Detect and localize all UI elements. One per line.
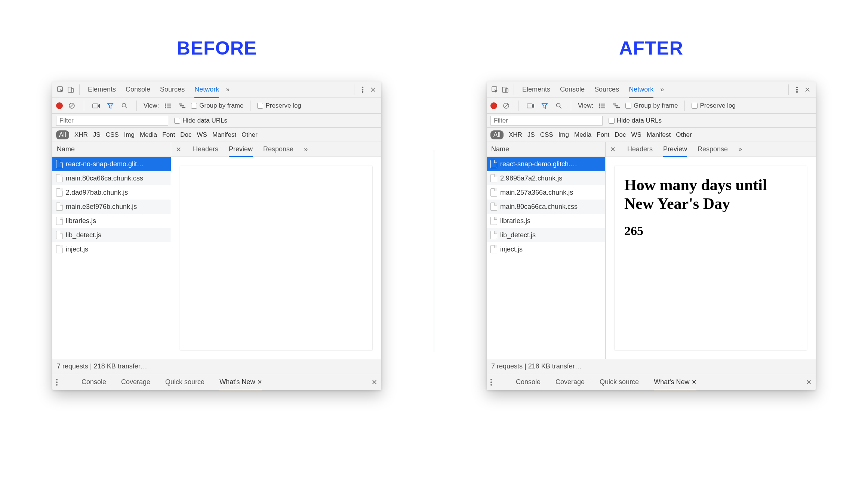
- view-waterfall-icon[interactable]: [611, 101, 622, 111]
- view-list-icon[interactable]: [163, 101, 173, 111]
- filter-type-font[interactable]: Font: [162, 131, 175, 139]
- tab-sources[interactable]: Sources: [594, 82, 619, 97]
- filter-type-other[interactable]: Other: [241, 131, 258, 139]
- drawer-tab-console[interactable]: Console: [81, 374, 106, 390]
- filter-type-xhr[interactable]: XHR: [74, 131, 88, 139]
- tab-elements[interactable]: Elements: [88, 82, 116, 97]
- filter-type-xhr[interactable]: XHR: [509, 131, 522, 139]
- request-row[interactable]: inject.js: [52, 242, 171, 256]
- inspect-icon[interactable]: [490, 84, 500, 95]
- filter-type-img[interactable]: Img: [124, 131, 135, 139]
- filter-type-media[interactable]: Media: [574, 131, 591, 139]
- drawer-close-icon[interactable]: ✕: [370, 378, 378, 386]
- filter-type-other[interactable]: Other: [676, 131, 692, 139]
- tab-elements[interactable]: Elements: [522, 82, 550, 97]
- record-icon[interactable]: [490, 102, 497, 109]
- request-row[interactable]: libraries.js: [487, 214, 605, 228]
- drawer-close-icon[interactable]: ✕: [804, 378, 813, 386]
- filter-type-all[interactable]: All: [490, 130, 504, 139]
- group-by-frame-checkbox[interactable]: Group by frame: [191, 102, 243, 109]
- filter-type-font[interactable]: Font: [597, 131, 609, 139]
- tab-console[interactable]: Console: [126, 82, 150, 97]
- more-detail-tabs-icon[interactable]: »: [738, 145, 742, 153]
- request-row[interactable]: libraries.js: [52, 214, 171, 228]
- more-tabs-icon[interactable]: »: [660, 86, 664, 93]
- tab-response[interactable]: Response: [263, 142, 293, 156]
- tab-console[interactable]: Console: [560, 82, 585, 97]
- close-icon[interactable]: [802, 84, 813, 95]
- kebab-menu-icon[interactable]: [357, 84, 368, 95]
- kebab-menu-icon[interactable]: [792, 84, 802, 95]
- drawer-tab-whatsnew[interactable]: What's New ✕: [219, 374, 262, 390]
- drawer-tab-coverage[interactable]: Coverage: [555, 374, 585, 390]
- tab-preview[interactable]: Preview: [229, 142, 253, 157]
- name-column-header[interactable]: Name: [487, 142, 605, 157]
- tab-network[interactable]: Network: [629, 82, 653, 98]
- request-row[interactable]: lib_detect.js: [487, 228, 605, 242]
- request-row[interactable]: react-no-snap-demo.glit…: [52, 157, 171, 171]
- filter-type-css[interactable]: CSS: [540, 131, 553, 139]
- device-toggle-icon[interactable]: [66, 84, 76, 95]
- filter-type-ws[interactable]: WS: [631, 131, 641, 139]
- request-row[interactable]: main.e3ef976b.chunk.js: [52, 200, 171, 214]
- search-icon[interactable]: [119, 101, 130, 111]
- drawer-close-icon[interactable]: ✕: [692, 379, 696, 385]
- name-column-header[interactable]: Name: [52, 142, 171, 157]
- inspect-icon[interactable]: [55, 84, 66, 95]
- hide-data-urls-checkbox[interactable]: Hide data URLs: [609, 117, 662, 124]
- drawer-more-icon[interactable]: [56, 379, 58, 386]
- drawer-tab-whatsnew[interactable]: What's New ✕: [654, 374, 696, 390]
- drawer-more-icon[interactable]: [490, 379, 492, 386]
- drawer-close-icon[interactable]: ✕: [257, 379, 262, 385]
- filter-type-css[interactable]: CSS: [106, 131, 119, 139]
- tab-network[interactable]: Network: [194, 82, 219, 98]
- more-detail-tabs-icon[interactable]: »: [304, 145, 308, 153]
- filter-type-manifest[interactable]: Manifest: [647, 131, 671, 139]
- clear-icon[interactable]: [501, 101, 511, 111]
- filter-type-img[interactable]: Img: [558, 131, 569, 139]
- filter-type-manifest[interactable]: Manifest: [212, 131, 236, 139]
- more-tabs-icon[interactable]: »: [226, 86, 230, 93]
- preserve-log-checkbox[interactable]: Preserve log: [257, 102, 301, 109]
- close-icon[interactable]: [368, 84, 378, 95]
- close-details-icon[interactable]: ✕: [174, 145, 182, 154]
- clear-icon[interactable]: [67, 101, 77, 111]
- filter-type-doc[interactable]: Doc: [180, 131, 191, 139]
- request-row[interactable]: main.257a366a.chunk.js: [487, 185, 605, 200]
- drawer-tab-quicksource[interactable]: Quick source: [165, 374, 204, 390]
- tab-sources[interactable]: Sources: [160, 82, 185, 97]
- device-toggle-icon[interactable]: [500, 84, 511, 95]
- filter-type-ws[interactable]: WS: [197, 131, 207, 139]
- request-row[interactable]: main.80ca66ca.chunk.css: [487, 200, 605, 214]
- view-list-icon[interactable]: [597, 101, 607, 111]
- request-row[interactable]: main.80ca66ca.chunk.css: [52, 171, 171, 185]
- filter-type-js[interactable]: JS: [527, 131, 535, 139]
- filter-type-doc[interactable]: Doc: [615, 131, 626, 139]
- view-waterfall-icon[interactable]: [177, 101, 187, 111]
- filter-type-media[interactable]: Media: [140, 131, 157, 139]
- record-icon[interactable]: [56, 102, 63, 109]
- drawer-tab-quicksource[interactable]: Quick source: [600, 374, 639, 390]
- filter-input[interactable]: [490, 116, 603, 126]
- request-row[interactable]: 2.9895a7a2.chunk.js: [487, 171, 605, 185]
- filter-icon[interactable]: [539, 101, 550, 111]
- drawer-tab-coverage[interactable]: Coverage: [121, 374, 150, 390]
- request-row[interactable]: lib_detect.js: [52, 228, 171, 242]
- filter-type-all[interactable]: All: [56, 130, 69, 139]
- filter-input[interactable]: [56, 116, 168, 126]
- close-details-icon[interactable]: ✕: [609, 145, 617, 154]
- camera-icon[interactable]: [91, 101, 101, 111]
- tab-headers[interactable]: Headers: [627, 142, 653, 156]
- tab-preview[interactable]: Preview: [663, 142, 687, 157]
- camera-icon[interactable]: [525, 101, 536, 111]
- request-row[interactable]: react-snap-demo.glitch.…: [487, 157, 605, 171]
- request-row[interactable]: inject.js: [487, 242, 605, 256]
- tab-headers[interactable]: Headers: [193, 142, 218, 156]
- hide-data-urls-checkbox[interactable]: Hide data URLs: [174, 117, 227, 124]
- group-by-frame-checkbox[interactable]: Group by frame: [625, 102, 678, 109]
- filter-type-js[interactable]: JS: [93, 131, 101, 139]
- tab-response[interactable]: Response: [698, 142, 728, 156]
- search-icon[interactable]: [554, 101, 564, 111]
- preserve-log-checkbox[interactable]: Preserve log: [692, 102, 735, 109]
- request-row[interactable]: 2.dad97bab.chunk.js: [52, 185, 171, 200]
